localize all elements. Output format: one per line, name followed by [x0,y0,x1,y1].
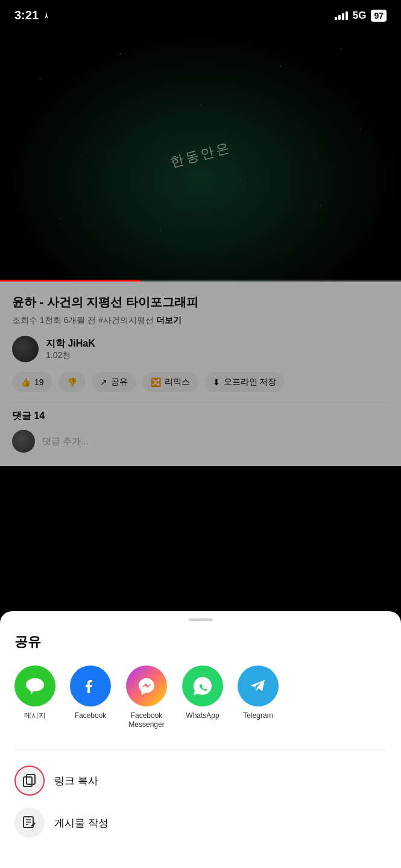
remix-icon: 🔀 [151,377,161,387]
channel-subs: 1.02천 [46,350,95,361]
svg-marker-1 [30,690,34,694]
facebook-icon [70,665,111,706]
create-post-button[interactable]: 게시물 작성 [14,802,387,844]
share-title: 공유 [14,633,387,651]
remix-label: 리믹스 [165,377,190,388]
share-handle [189,618,213,621]
create-post-label: 게시물 작성 [54,816,109,830]
dislike-icon: 👎 [67,377,77,387]
copy-link-icon [14,766,45,796]
content-area: 윤하 - 사건의 지평선 타이포그래피 조회수 1천회 6개월 전 #사건의지평… [0,281,401,466]
create-post-icon [14,808,45,838]
signal-bar-1 [335,17,337,20]
comments-header: 댓글 14 [12,410,389,423]
copy-link-button[interactable]: 링크 복사 [14,760,387,802]
status-right: 5G 97 [335,10,387,22]
video-meta: 조회수 1천회 6개월 전 #사건의지평선 더보기 [12,315,389,326]
dislike-button[interactable]: 👎 [58,372,86,392]
comment-input-row: 댓글 추가... [12,430,389,453]
share-sheet: 공유 메시지 Facebook [0,611,401,868]
telegram-label: Telegram [243,711,273,721]
video-title: 윤하 - 사건의 지평선 타이포그래피 [12,294,389,310]
signal-bars [335,11,348,20]
like-button[interactable]: 👍 19 [12,372,52,392]
share-icon: ↗ [100,377,107,387]
whatsapp-icon [182,665,223,706]
channel-row: 지학 JiHaK 1.02천 [12,336,389,362]
messages-label: 메시지 [24,711,46,721]
channel-avatar[interactable] [12,336,39,362]
share-app-telegram[interactable]: Telegram [238,665,279,721]
offline-button[interactable]: ⬇ 오프라인 저장 [204,372,285,392]
network-label: 5G [353,10,367,22]
signal-bar-4 [346,11,348,20]
messages-icon [14,665,55,706]
avatar-image [12,336,39,362]
like-icon: 👍 [21,377,31,387]
remix-button[interactable]: 🔀 리믹스 [142,372,198,392]
signal-bar-3 [342,13,344,20]
share-app-whatsapp[interactable]: WhatsApp [182,665,223,721]
like-count: 19 [34,377,44,387]
share-app-messages[interactable]: 메시지 [14,665,55,721]
status-bar: 3:21 5G 97 [0,0,401,28]
comment-avatar [12,430,35,453]
comments-section: 댓글 14 댓글 추가... [12,402,389,460]
share-label: 공유 [111,377,128,388]
comment-placeholder[interactable]: 댓글 추가... [42,436,89,447]
svg-rect-2 [24,777,32,787]
share-app-messenger[interactable]: Facebook Messenger [125,665,168,730]
channel-name[interactable]: 지학 JiHaK [46,338,95,350]
share-app-facebook[interactable]: Facebook [70,665,111,721]
messenger-label: Facebook Messenger [125,711,168,730]
copy-link-label: 링크 복사 [54,774,98,788]
battery-indicator: 97 [371,10,387,22]
signal-bar-2 [338,15,341,20]
svg-point-0 [26,678,44,691]
whatsapp-label: WhatsApp [186,711,219,721]
action-buttons: 👍 19 👎 ↗ 공유 🔀 리믹스 ⬇ 오프라인 저장 [12,372,389,392]
svg-rect-3 [27,775,35,784]
share-button[interactable]: ↗ 공유 [92,372,136,392]
facebook-label: Facebook [75,711,107,721]
offline-label: 오프라인 저장 [224,377,277,388]
video-player[interactable]: 한동안은 [0,28,401,281]
channel-info: 지학 JiHaK 1.02천 [46,338,95,361]
messenger-icon [126,665,167,706]
share-divider [14,749,387,750]
download-icon: ⬇ [213,377,220,387]
status-time: 3:21 [14,8,51,22]
share-apps-row: 메시지 Facebook Facebook Messenger [14,665,387,740]
telegram-icon [238,665,279,706]
more-btn[interactable]: 더보기 [156,315,182,325]
